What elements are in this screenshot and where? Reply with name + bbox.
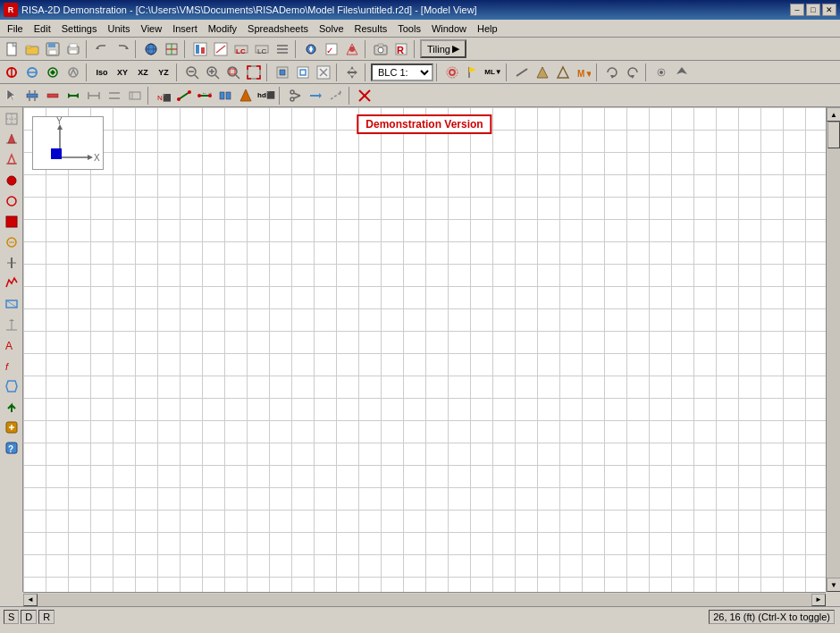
tb2-render-btn[interactable] (273, 63, 292, 82)
tb-btn-6[interactable]: ✓ (322, 39, 341, 59)
tb-combo-bars[interactable] (273, 39, 292, 59)
scroll-track-horizontal[interactable] (38, 594, 811, 606)
minimize-button[interactable]: – (790, 4, 804, 16)
lt-btn-13[interactable]: f (2, 356, 21, 376)
menu-help[interactable]: Help (472, 20, 503, 37)
tb2-misc-btn[interactable] (651, 63, 671, 82)
tb-btn-2[interactable] (211, 39, 231, 59)
lt-btn-9[interactable] (2, 274, 21, 293)
tb2-btn-x[interactable] (314, 63, 333, 82)
tb-btn-1[interactable] (190, 39, 210, 59)
lt-btn-2[interactable] (2, 130, 21, 149)
lt-btn-15[interactable] (2, 397, 21, 417)
lt-btn-8[interactable] (2, 253, 21, 273)
tb3-move2-btn[interactable] (326, 86, 346, 106)
menu-view[interactable]: View (136, 20, 168, 37)
menu-edit[interactable]: Edit (29, 20, 56, 37)
menu-units[interactable]: Units (102, 20, 135, 37)
tb3-btn-3[interactable] (63, 86, 83, 106)
scroll-right-button[interactable]: ► (811, 594, 826, 606)
lt-btn-4[interactable] (2, 171, 21, 190)
redo-button[interactable] (113, 39, 132, 59)
tb3-btn-2[interactable] (43, 86, 63, 106)
tb3-member-btn[interactable] (174, 86, 194, 106)
tb3-btn-1[interactable] (22, 86, 42, 106)
tb2-arrow-btn[interactable] (672, 63, 692, 82)
tb2-tri2-btn[interactable] (553, 63, 573, 82)
scroll-track-vertical[interactable] (827, 122, 840, 578)
iso-button[interactable]: Iso (92, 63, 112, 82)
maximize-button[interactable]: □ (806, 4, 820, 16)
lt-btn-14[interactable] (2, 376, 21, 396)
tb3-btn-9[interactable] (236, 86, 256, 106)
tb2-line-btn[interactable] (512, 63, 532, 82)
tb-btn-8[interactable]: R (391, 39, 411, 59)
lt-btn-12[interactable]: A (2, 335, 21, 355)
lt-btn-17[interactable]: ? (2, 438, 21, 458)
tb2-text-btn[interactable]: ML▼ (483, 63, 503, 82)
lt-btn-6[interactable] (2, 212, 21, 232)
tb2-gear-btn[interactable] (442, 63, 462, 82)
xy-button[interactable]: XY (113, 63, 132, 82)
tb3-scissors-btn[interactable] (285, 86, 305, 106)
lt-btn-1[interactable] (2, 109, 21, 129)
canvas-area[interactable]: Y X Demonstration Version (23, 107, 826, 592)
tb-btn-5[interactable] (301, 39, 321, 59)
xz-button[interactable]: XZ (133, 63, 153, 82)
tb3-btn-hd[interactable]: hd⬛ (256, 86, 276, 106)
tb-btn-7[interactable] (342, 39, 362, 59)
tb3-delete-btn[interactable] (355, 86, 374, 106)
tb2-rot2-btn[interactable] (623, 63, 643, 82)
tb3-btn-5[interactable] (105, 86, 124, 106)
tb2-wire-btn[interactable] (293, 63, 313, 82)
menu-settings[interactable]: Settings (56, 20, 103, 37)
tb2-btn-2[interactable] (22, 63, 42, 82)
tb3-btn-7[interactable]: ←→ (195, 86, 214, 106)
scroll-left-button[interactable]: ◄ (23, 594, 38, 606)
save-button[interactable] (43, 39, 63, 59)
tb3-extend-btn[interactable] (306, 86, 325, 106)
vertical-scrollbar[interactable]: ▲ ▼ (826, 107, 840, 592)
yz-button[interactable]: YZ (154, 63, 173, 82)
tb2-btn-4[interactable] (63, 63, 83, 82)
undo-button[interactable] (92, 39, 112, 59)
lt-btn-11[interactable] (2, 315, 21, 334)
move-button[interactable] (342, 63, 362, 82)
lt-btn-5[interactable] (2, 191, 21, 211)
globe-button[interactable] (141, 39, 161, 59)
tb3-btn-6[interactable] (125, 86, 145, 106)
camera-button[interactable] (371, 39, 391, 59)
scroll-thumb-vertical[interactable] (827, 122, 840, 148)
tb2-btn-1[interactable] (2, 63, 21, 82)
zoom-fit-button[interactable] (244, 63, 264, 82)
zoom-in-button[interactable] (203, 63, 223, 82)
tb-btn-4[interactable]: LC (252, 39, 272, 59)
tb3-btn-8[interactable] (215, 86, 235, 106)
tb2-btn-3[interactable] (43, 63, 63, 82)
tb2-rot-btn[interactable] (602, 63, 622, 82)
menu-tools[interactable]: Tools (392, 20, 426, 37)
model-view-button[interactable] (162, 39, 181, 59)
menu-solve[interactable]: Solve (314, 20, 349, 37)
open-button[interactable] (22, 39, 42, 59)
lt-btn-16[interactable] (2, 418, 21, 437)
zoom-out-button[interactable] (182, 63, 202, 82)
lt-btn-3[interactable] (2, 150, 21, 170)
scroll-up-button[interactable]: ▲ (827, 107, 840, 122)
menu-insert[interactable]: Insert (167, 20, 203, 37)
menu-window[interactable]: Window (426, 20, 472, 37)
horizontal-scrollbar[interactable]: ◄ ► (23, 592, 826, 606)
tb3-btn-4[interactable] (84, 86, 104, 106)
new-button[interactable] (2, 39, 21, 59)
menu-results[interactable]: Results (349, 20, 393, 37)
menu-spreadsheets[interactable]: Spreadsheets (242, 20, 314, 37)
tb3-node-btn[interactable]: N⬛ (154, 86, 173, 106)
close-button[interactable]: ✕ (822, 4, 836, 16)
tb2-tri-btn[interactable] (533, 63, 552, 82)
lt-btn-7[interactable] (2, 232, 21, 252)
menu-file[interactable]: File (2, 20, 29, 37)
scroll-down-button[interactable]: ▼ (827, 578, 840, 592)
tb3-cursor-btn[interactable] (2, 86, 21, 106)
tiling-button[interactable]: Tiling ▶ (420, 39, 466, 58)
lt-btn-10[interactable] (2, 294, 21, 314)
